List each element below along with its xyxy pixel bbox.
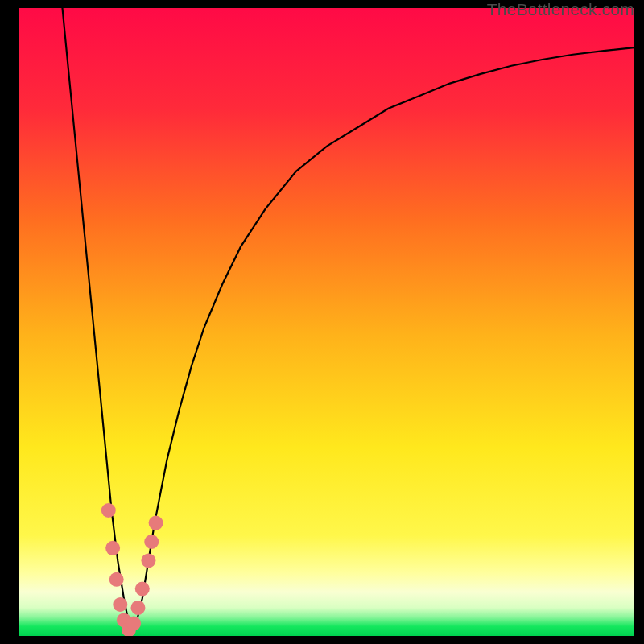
plot-area	[19, 8, 634, 636]
curve-marker	[149, 516, 163, 530]
curve-markers	[101, 503, 163, 636]
curve-marker	[135, 582, 150, 597]
curve-marker	[130, 601, 145, 615]
curve-marker	[105, 541, 120, 555]
chart-frame: TheBottleneck.com	[0, 0, 644, 644]
curve-marker	[144, 535, 159, 549]
curve-marker	[101, 503, 116, 518]
curve-marker	[141, 553, 155, 568]
bottleneck-curve	[19, 8, 634, 636]
curve-marker	[109, 572, 124, 587]
watermark-text: TheBottleneck.com	[487, 0, 634, 19]
curve-marker	[126, 616, 141, 630]
curve-marker	[113, 597, 127, 612]
